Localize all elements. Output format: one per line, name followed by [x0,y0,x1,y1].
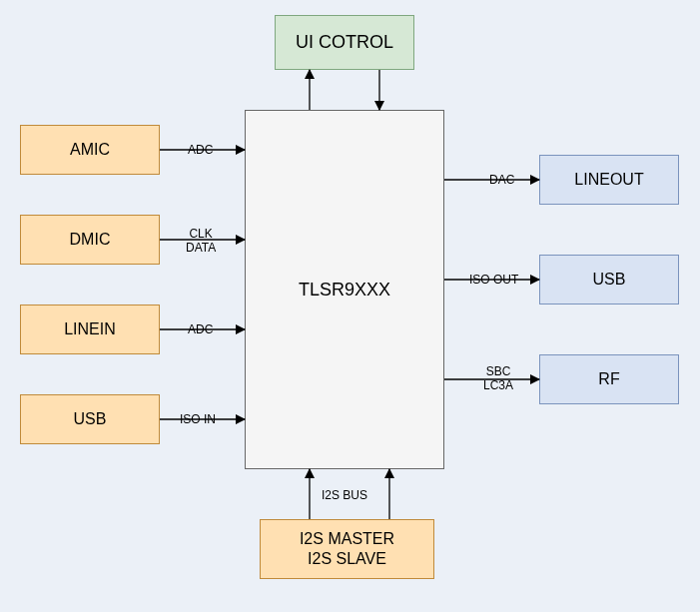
label-iso-out: ISO OUT [469,274,518,288]
label-dac: DAC [489,174,514,188]
label-usb-iso-in: ISO IN [180,413,216,427]
label-amic-adc: ADC [188,144,213,158]
block-i2s: I2S MASTER I2S SLAVE [260,519,434,579]
label-dmic: CLK DATA [186,228,216,256]
block-linein: LINEIN [20,305,160,354]
block-ui-control: UI COTROL [275,15,414,70]
block-center-chip: TLSR9XXX [245,110,444,469]
block-usb-in: USB [20,394,160,444]
block-dmic: DMIC [20,215,160,265]
label-i2s-bus: I2S BUS [322,489,367,503]
block-usb-out: USB [539,255,679,305]
block-rf: RF [539,354,679,404]
label-sbc: SBC LC3A [483,365,513,393]
block-lineout: LINEOUT [539,155,679,205]
block-amic: AMIC [20,125,160,175]
label-linein-adc: ADC [188,323,213,337]
